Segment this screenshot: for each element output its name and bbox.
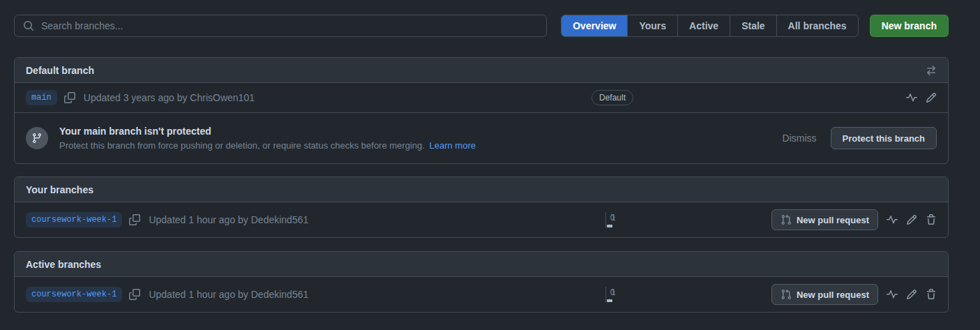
notice-description: Protect this branch from force pushing o… <box>59 140 476 151</box>
pencil-icon <box>906 214 917 225</box>
your-branches-section: Your branches coursework-week-1 Updated … <box>14 177 949 238</box>
new-pull-request-button[interactable]: New pull request <box>771 209 878 230</box>
delete-branch-button[interactable] <box>926 289 937 300</box>
learn-more-link[interactable]: Learn more <box>430 140 476 151</box>
search-icon <box>23 20 34 31</box>
new-pull-request-label: New pull request <box>797 290 869 300</box>
rename-branch-button[interactable] <box>906 214 917 225</box>
ahead-behind-counter: 0 1 <box>605 287 620 302</box>
ahead-count: 1 <box>607 212 620 224</box>
new-pull-request-button[interactable]: New pull request <box>771 284 878 305</box>
filter-tabs: Overview Yours Active Stale All branches <box>561 15 858 37</box>
rename-branch-button[interactable] <box>926 92 937 103</box>
notice-title: Your main branch isn't protected <box>59 126 476 137</box>
pulse-icon <box>906 92 917 103</box>
tab-active[interactable]: Active <box>677 15 730 36</box>
copy-icon <box>129 214 140 225</box>
section-title: Active branches <box>26 259 101 270</box>
protect-this-branch-button[interactable]: Protect this branch <box>831 127 937 149</box>
copy-icon <box>129 289 140 300</box>
branch-activity-button[interactable] <box>887 214 898 225</box>
pencil-icon <box>906 289 917 300</box>
active-branches-header: Active branches <box>15 252 948 277</box>
section-title: Default branch <box>26 65 94 76</box>
branch-link-coursework[interactable]: coursework-week-1 <box>26 287 122 302</box>
section-title: Your branches <box>26 184 93 195</box>
ahead-count: 1 <box>607 287 620 299</box>
branch-row-main: main Updated 3 years ago by ChrisOwen101… <box>15 83 948 112</box>
branch-activity-button[interactable] <box>887 289 898 300</box>
branch-link-main[interactable]: main <box>26 90 57 105</box>
branch-row-coursework-yours: coursework-week-1 Updated 1 hour ago by … <box>15 202 948 237</box>
default-badge: Default <box>591 90 633 105</box>
delete-branch-button[interactable] <box>926 214 937 225</box>
git-pull-request-icon <box>781 214 792 225</box>
pencil-icon <box>926 92 937 103</box>
pulse-icon <box>887 289 898 300</box>
tab-all-branches[interactable]: All branches <box>776 15 858 36</box>
new-branch-button[interactable]: New branch <box>870 15 949 37</box>
your-branches-header: Your branches <box>15 177 948 202</box>
dismiss-link[interactable]: Dismiss <box>783 133 817 144</box>
tab-overview[interactable]: Overview <box>561 15 627 36</box>
default-branch-header: Default branch <box>15 58 948 83</box>
new-pull-request-label: New pull request <box>797 215 869 225</box>
search-input[interactable] <box>34 20 546 31</box>
trash-icon <box>926 214 937 225</box>
branch-protection-avatar <box>26 127 48 149</box>
notice-description-text: Protect this branch from force pushing o… <box>59 140 425 151</box>
branch-activity-button[interactable] <box>906 92 917 103</box>
search-box[interactable] <box>14 15 547 37</box>
branch-link-coursework[interactable]: coursework-week-1 <box>26 212 122 227</box>
branch-updated-text: Updated 1 hour ago by Dedekind561 <box>149 214 308 225</box>
arrow-switch-icon[interactable] <box>926 65 937 76</box>
trash-icon <box>926 289 937 300</box>
copy-branch-name-button[interactable] <box>64 92 75 103</box>
active-branches-section: Active branches coursework-week-1 Update… <box>14 251 949 313</box>
copy-branch-name-button[interactable] <box>129 214 140 225</box>
branch-protection-notice: Your main branch isn't protected Protect… <box>15 112 948 163</box>
branch-updated-text: Updated 3 years ago by ChrisOwen101 <box>84 92 255 103</box>
branch-row-coursework-active: coursework-week-1 Updated 1 hour ago by … <box>15 277 948 312</box>
ahead-bar <box>607 299 612 302</box>
default-branch-section: Default branch main Updated 3 years ago … <box>14 57 949 164</box>
tab-yours[interactable]: Yours <box>627 15 677 36</box>
branch-updated-text: Updated 1 hour ago by Dedekind561 <box>149 289 308 300</box>
git-branch-icon <box>31 133 43 144</box>
git-pull-request-icon <box>781 289 792 300</box>
copy-icon <box>64 92 75 103</box>
copy-branch-name-button[interactable] <box>129 289 140 300</box>
toolbar: Overview Yours Active Stale All branches… <box>14 15 949 37</box>
tab-stale[interactable]: Stale <box>730 15 776 36</box>
ahead-behind-counter: 0 1 <box>605 212 620 227</box>
rename-branch-button[interactable] <box>906 289 917 300</box>
pulse-icon <box>887 214 898 225</box>
ahead-bar <box>607 225 612 227</box>
branches-page: Overview Yours Active Stale All branches… <box>14 15 949 313</box>
